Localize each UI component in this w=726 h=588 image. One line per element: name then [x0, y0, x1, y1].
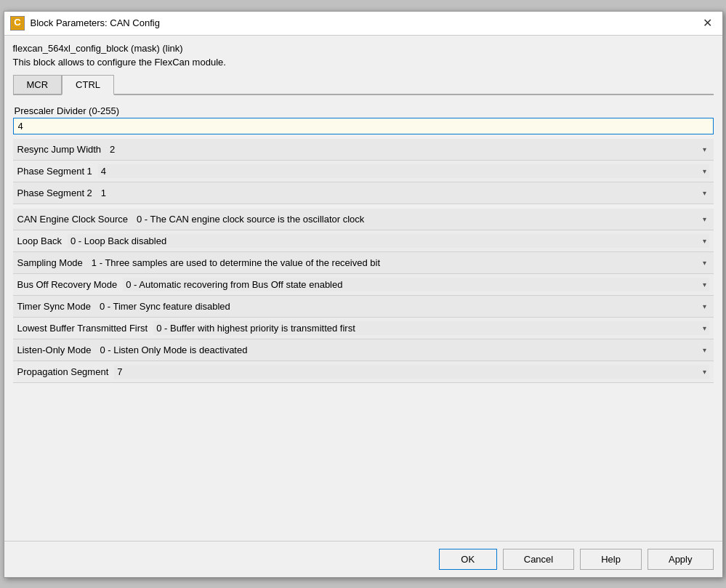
lowest-buffer-value: 0 - Buffer with highest priority is tran…	[156, 323, 699, 334]
clock-select[interactable]: 0 - The CAN engine clock source is the o…	[134, 212, 709, 226]
prescaler-label: Prescaler Divider (0-255)	[13, 102, 714, 118]
param-label-sampling: Sampling Mode	[17, 257, 83, 268]
svg-text:C: C	[14, 18, 21, 28]
close-button[interactable]: ✕	[698, 16, 717, 31]
params-area: Resync Jump Width 2 ▾ Phase Segment 1 4 …	[13, 139, 714, 533]
ok-button[interactable]: OK	[439, 549, 497, 570]
busoff-select[interactable]: 0 - Automatic recovering from Bus Off st…	[123, 278, 709, 291]
tab-ctrl[interactable]: CTRL	[62, 75, 114, 95]
timersync-select[interactable]: 0 - Timer Sync feature disabled ▾	[97, 299, 709, 313]
help-button[interactable]: Help	[580, 549, 642, 570]
param-label-phase2: Phase Segment 2	[17, 188, 92, 198]
table-row: Phase Segment 1 4 ▾	[13, 161, 714, 182]
phase1-value: 4	[101, 166, 700, 177]
tab-bar: MCR CTRL	[13, 75, 714, 95]
dialog-body: flexcan_564xl_config_block (mask) (link)…	[4, 36, 722, 541]
lowest-buffer-select[interactable]: 0 - Buffer with highest priority is tran…	[153, 321, 709, 335]
param-label-phase1: Phase Segment 1	[17, 166, 92, 177]
propagation-dropdown-arrow: ▾	[703, 368, 706, 376]
param-label-lowest-buffer: Lowest Buffer Transmitted First	[17, 323, 148, 334]
phase1-select[interactable]: 4 ▾	[98, 164, 709, 178]
table-row: Phase Segment 2 1 ▾	[13, 182, 714, 204]
param-label-loopback: Loop Back	[17, 235, 62, 246]
title-bar-left: C Block Parameters: CAN Config	[10, 16, 160, 31]
param-label-resync: Resync Jump Width	[17, 144, 102, 155]
table-row: CAN Engine Clock Source 0 - The CAN engi…	[13, 209, 714, 230]
dialog-icon: C	[10, 16, 25, 31]
param-label-propagation: Propagation Segment	[17, 366, 109, 377]
phase2-select[interactable]: 1 ▾	[98, 186, 709, 200]
phase2-value: 1	[101, 188, 700, 198]
loopback-dropdown-arrow: ▾	[703, 237, 706, 245]
clock-dropdown-arrow: ▾	[703, 215, 706, 223]
param-label-clock: CAN Engine Clock Source	[17, 214, 128, 225]
sampling-value: 1 - Three samples are used to determine …	[92, 257, 700, 268]
listenonly-select[interactable]: 0 - Listen Only Mode is deactivated ▾	[97, 343, 709, 357]
busoff-value: 0 - Automatic recovering from Bus Off st…	[126, 279, 699, 290]
apply-button[interactable]: Apply	[648, 549, 714, 570]
lowest-buffer-dropdown-arrow: ▾	[703, 324, 706, 332]
loopback-select[interactable]: 0 - Loop Back disabled ▾	[68, 234, 709, 248]
table-row: Propagation Segment 7 ▾	[13, 361, 714, 383]
timersync-value: 0 - Timer Sync feature disabled	[100, 301, 700, 312]
table-row: Resync Jump Width 2 ▾	[13, 139, 714, 161]
prescaler-input[interactable]	[13, 118, 714, 134]
table-row: Bus Off Recovery Mode 0 - Automatic reco…	[13, 274, 714, 296]
listenonly-dropdown-arrow: ▾	[703, 346, 706, 354]
phase1-dropdown-arrow: ▾	[703, 167, 706, 175]
param-label-timersync: Timer Sync Mode	[17, 301, 91, 312]
loopback-value: 0 - Loop Back disabled	[70, 235, 700, 246]
propagation-value: 7	[117, 366, 699, 377]
block-subtitle: flexcan_564xl_config_block (mask) (link)	[13, 43, 714, 54]
table-row: Listen-Only Mode 0 - Listen Only Mode is…	[13, 339, 714, 361]
table-row: Timer Sync Mode 0 - Timer Sync feature d…	[13, 296, 714, 318]
resync-select[interactable]: 2 ▾	[107, 142, 709, 156]
resync-value: 2	[110, 144, 699, 155]
block-description: This block allows to configure the FlexC…	[13, 57, 714, 68]
table-row: Sampling Mode 1 - Three samples are used…	[13, 252, 714, 274]
propagation-select[interactable]: 7 ▾	[114, 365, 709, 379]
listenonly-value: 0 - Listen Only Mode is deactivated	[100, 345, 699, 355]
title-bar: C Block Parameters: CAN Config ✕	[4, 12, 722, 36]
param-label-listenonly: Listen-Only Mode	[17, 345, 92, 355]
dialog-footer: OK Cancel Help Apply	[4, 541, 722, 577]
resync-dropdown-arrow: ▾	[703, 145, 706, 153]
param-label-busoff: Bus Off Recovery Mode	[17, 279, 118, 290]
dialog-window: C Block Parameters: CAN Config ✕ flexcan…	[4, 11, 723, 578]
clock-value: 0 - The CAN engine clock source is the o…	[137, 214, 700, 225]
sampling-dropdown-arrow: ▾	[703, 259, 706, 267]
table-row: Loop Back 0 - Loop Back disabled ▾	[13, 230, 714, 252]
cancel-button[interactable]: Cancel	[503, 549, 574, 570]
dialog-title: Block Parameters: CAN Config	[31, 17, 160, 28]
busoff-dropdown-arrow: ▾	[703, 281, 706, 289]
phase2-dropdown-arrow: ▾	[703, 189, 706, 197]
tab-mcr[interactable]: MCR	[13, 75, 62, 94]
sampling-select[interactable]: 1 - Three samples are used to determine …	[89, 256, 709, 270]
timersync-dropdown-arrow: ▾	[703, 302, 706, 310]
table-row: Lowest Buffer Transmitted First 0 - Buff…	[13, 318, 714, 339]
